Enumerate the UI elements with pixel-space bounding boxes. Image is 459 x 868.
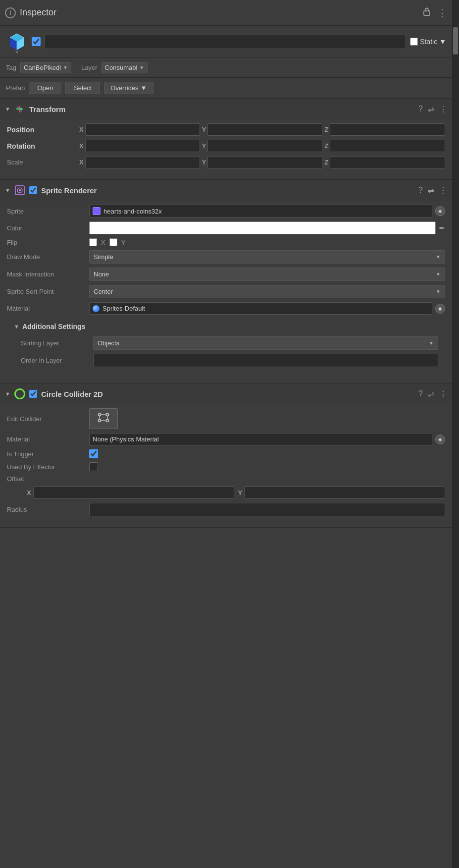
circle-collider-checkbox[interactable] (29, 390, 37, 398)
rotation-y-input[interactable]: 0 (207, 140, 322, 152)
sprite-select-btn[interactable]: ◉ (435, 206, 445, 216)
sprite-sort-point-value: Center (94, 288, 113, 295)
flip-y-checkbox[interactable] (109, 238, 117, 246)
material-value-box: Sprites-Default (89, 302, 432, 315)
draw-mode-value: Simple (94, 253, 113, 261)
offset-y-item: Y 0 (238, 487, 446, 499)
circle-collider-help-icon[interactable]: ? (418, 389, 423, 398)
svg-point-18 (19, 189, 21, 191)
offset-x-item: X 0 (27, 487, 234, 499)
rotation-z-input[interactable]: 0 (330, 140, 445, 152)
edit-collider-label: Edit Collider (7, 415, 86, 423)
additional-settings-header[interactable]: ▼ Additional Settings (7, 319, 445, 334)
svg-point-19 (99, 414, 101, 416)
transform-menu-icon[interactable]: ⋮ (439, 105, 447, 114)
gameobject-active-checkbox[interactable] (32, 37, 41, 46)
svg-marker-12 (21, 108, 23, 110)
sorting-layer-label: Sorting Layer (21, 339, 90, 347)
material-select-btn[interactable]: ◉ (435, 304, 445, 314)
offset-values-row: X 0 Y 0 (27, 487, 445, 499)
sprite-sort-point-label: Sprite Sort Point (7, 288, 86, 295)
sprite-renderer-menu-icon[interactable]: ⋮ (439, 186, 447, 195)
position-row: Position X -2.2 Y -0.5 Z -453 (7, 123, 445, 136)
tag-dropdown[interactable]: CanBePikedl ▼ (20, 62, 71, 73)
circle-collider-icon (14, 388, 25, 399)
transform-header[interactable]: ▼ Transform ? ⇌ ⋮ (0, 99, 452, 119)
sorting-layer-dropdown[interactable]: Objects ▼ (93, 336, 438, 350)
is-trigger-label: Is Trigger (7, 450, 86, 458)
circle-collider-header[interactable]: ▼ Circle Collider 2D ? ⇌ ⋮ (0, 383, 452, 404)
static-checkbox[interactable] (410, 38, 418, 46)
sprite-renderer-triangle: ▼ (5, 187, 10, 193)
color-field-row: Color ✒ (7, 221, 445, 234)
material-dot-icon (93, 305, 100, 312)
used-by-effector-checkbox[interactable] (89, 462, 98, 471)
color-picker-box[interactable] (89, 221, 436, 234)
svg-point-21 (99, 420, 101, 422)
scale-x-input[interactable]: 1 (85, 156, 200, 168)
layer-dropdown[interactable]: Consumabl ▼ (102, 62, 148, 73)
scrollbar-thumb[interactable] (453, 27, 458, 54)
sprite-sort-point-dropdown[interactable]: Center ▼ (89, 285, 445, 298)
draw-mode-field-row: Draw Mode Simple ▼ (7, 250, 445, 264)
static-label: Static (420, 38, 437, 46)
sprite-renderer-checkbox[interactable] (29, 186, 37, 194)
flip-field-row: Flip X Y (7, 238, 445, 246)
svg-marker-8 (15, 52, 18, 53)
order-in-layer-input[interactable]: 0 (93, 354, 438, 367)
circle-collider-menu-icon[interactable]: ⋮ (439, 389, 447, 399)
gameobject-name-input[interactable]: CoinObject (45, 35, 406, 49)
transform-help-icon[interactable]: ? (418, 105, 423, 113)
eyedropper-button[interactable]: ✒ (439, 223, 445, 233)
edit-collider-button[interactable] (89, 408, 118, 429)
flip-x-checkbox[interactable] (89, 238, 97, 246)
collider-material-label: Material (7, 435, 86, 443)
rotation-x-item: X 0 (79, 140, 200, 152)
prefab-open-button[interactable]: Open (29, 82, 61, 94)
static-area: Static ▼ (410, 38, 446, 46)
lock-icon[interactable] (421, 6, 432, 19)
collider-material-row: Material None (Physics Material ◉ (7, 433, 445, 445)
transform-settings-icon[interactable]: ⇌ (428, 105, 434, 114)
offset-label: Offset (7, 475, 86, 483)
scale-z-input[interactable]: 1 (330, 156, 445, 168)
mask-interaction-dropdown[interactable]: None ▼ (89, 268, 445, 281)
scale-y-input[interactable]: 1 (207, 156, 322, 168)
is-trigger-checkbox[interactable] (89, 449, 98, 458)
scale-z-item: Z 1 (324, 156, 445, 168)
sprite-renderer-header-icons: ? ⇌ ⋮ (418, 186, 447, 195)
sprite-renderer-icon (14, 185, 25, 196)
color-label: Color (7, 224, 86, 232)
prefab-select-button[interactable]: Select (65, 82, 100, 94)
position-x-input[interactable]: -2.2 (85, 123, 200, 136)
header-menu-icon[interactable]: ⋮ (437, 7, 447, 19)
sprite-renderer-settings-icon[interactable]: ⇌ (428, 186, 434, 195)
sprite-renderer-help-icon[interactable]: ? (418, 186, 423, 195)
additional-settings-label: Additional Settings (22, 323, 86, 330)
offset-x-input[interactable]: 0 (33, 487, 234, 499)
circle-collider-settings-icon[interactable]: ⇌ (428, 389, 434, 399)
rotation-row: Rotation X 0 Y 0 Z 0 (7, 140, 445, 152)
offset-y-input[interactable]: 0 (244, 487, 445, 499)
radius-input[interactable]: 0.17 (89, 503, 445, 516)
prefab-overrides-button[interactable]: Overrides ▼ (104, 82, 153, 94)
sprite-renderer-header[interactable]: ▼ Sprite Renderer ? ⇌ ⋮ (0, 180, 452, 201)
position-z-input[interactable]: -453 (330, 123, 445, 136)
circle-collider-triangle: ▼ (5, 391, 10, 397)
mask-interaction-label: Mask Interaction (7, 271, 86, 278)
transform-fields: Position X -2.2 Y -0.5 Z -453 (0, 119, 452, 179)
static-dropdown-btn[interactable]: ▼ (439, 38, 446, 46)
position-y-input[interactable]: -0.5 (207, 123, 322, 136)
sprite-field-row: Sprite hearts-and-coins32x ◉ (7, 205, 445, 217)
sprite-label: Sprite (7, 208, 86, 215)
collider-material-select-btn[interactable]: ◉ (435, 434, 445, 444)
draw-mode-dropdown[interactable]: Simple ▼ (89, 250, 445, 264)
material-label: Material (7, 305, 86, 312)
position-z-item: Z -453 (324, 123, 445, 136)
circle-collider-section: ▼ Circle Collider 2D ? ⇌ ⋮ Edit Collider (0, 383, 452, 528)
flip-y-label: Y (121, 239, 126, 246)
scrollbar[interactable] (452, 0, 459, 868)
rotation-xyz: X 0 Y 0 Z 0 (79, 140, 445, 152)
header-icons: ⋮ (421, 6, 447, 19)
rotation-x-input[interactable]: 0 (85, 140, 200, 152)
